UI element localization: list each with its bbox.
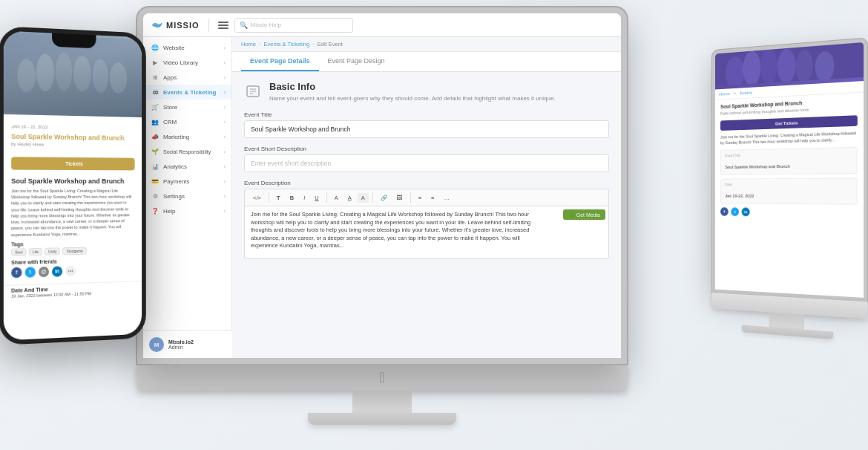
basic-info-description: Name your event and tell event-goers why… xyxy=(269,94,556,102)
event-short-desc-input[interactable]: Enter event short description xyxy=(244,154,609,172)
sidebar-label-settings: Settings xyxy=(163,193,185,200)
get-media-icon: 🌿 xyxy=(568,212,575,218)
phone-share-twitter-icon[interactable]: t xyxy=(25,267,36,278)
basic-info-section: Basic Info Name your event and tell even… xyxy=(244,81,609,102)
toolbar-t-btn[interactable]: T xyxy=(273,193,284,203)
user-name: Missio.io2 xyxy=(168,339,194,345)
toolbar-more-btn[interactable]: … xyxy=(441,193,454,203)
marketing-chevron-icon: › xyxy=(224,134,226,140)
toolbar-italic-btn[interactable]: I xyxy=(300,193,309,203)
event-title-group: Event Title Soul Sparkle Workshop and Br… xyxy=(244,111,609,138)
sidebar-item-settings[interactable]: ⚙ Settings › xyxy=(143,189,231,203)
sidebar-label-help: Help xyxy=(163,208,175,215)
right-linkedin-icon[interactable]: in xyxy=(742,208,750,217)
toolbar-font-color-btn[interactable]: A xyxy=(344,193,355,203)
sidebar-label-analytics: Analytics xyxy=(163,163,187,170)
sidebar-item-crm[interactable]: 👥 CRM › xyxy=(143,114,231,129)
right-facebook-icon[interactable]: f xyxy=(720,207,729,216)
imac-monitor: MISSIO 🔍 Missio Help xyxy=(137,7,627,364)
sidebar-item-social-responsibility[interactable]: 🌱 Social Responsibility › xyxy=(143,144,231,159)
sidebar-item-store[interactable]: 🛒 Store › xyxy=(143,100,231,114)
sidebar-user-profile[interactable]: M Missio.io2 Admin xyxy=(143,330,232,358)
sidebar-item-video-library[interactable]: ▶ Video Library › xyxy=(143,55,231,70)
phone-share-more-icon[interactable]: ••• xyxy=(65,266,76,276)
basic-info-text: Basic Info Name your event and tell even… xyxy=(269,81,556,102)
user-role: Admin xyxy=(168,345,194,350)
tab-event-page-details[interactable]: Event Page Details xyxy=(241,52,319,71)
sidebar-label-apps: Apps xyxy=(163,74,177,81)
toolbar-highlight-btn[interactable]: A xyxy=(358,193,369,203)
right-social-row: f t in xyxy=(720,207,858,218)
phone-tag-soulgame: Soulgame xyxy=(63,247,87,255)
hamburger-line-1 xyxy=(218,22,228,23)
breadcrumb: Home › Events & Ticketing › Edit Event xyxy=(232,37,621,52)
toolbar-font-size-btn[interactable]: A xyxy=(331,193,342,203)
event-short-desc-label: Event Short Description xyxy=(244,146,609,152)
missio-sidebar: 🌐 Website › ▶ Video Library › ⊞ xyxy=(143,37,232,358)
toolbar-underline-btn[interactable]: U xyxy=(311,193,322,203)
hamburger-line-2 xyxy=(218,25,228,26)
phone-notch xyxy=(52,33,96,49)
right-form-val-1: Soul Sparkle Workshop and Brunch xyxy=(725,164,789,169)
marketing-icon: 📣 xyxy=(151,133,159,140)
sidebar-label-events: Events & Ticketing xyxy=(163,89,216,96)
phone-share-icons: f t @ in ••• xyxy=(4,264,142,282)
tab-event-page-design[interactable]: Event Page Design xyxy=(319,52,394,71)
phone-share-email-icon[interactable]: @ xyxy=(39,267,49,278)
right-form-label-2: Date xyxy=(725,182,852,187)
phone-share-facebook-icon[interactable]: f xyxy=(11,267,22,278)
phone-screen: JAN 19 - 22, 2022 Soul Sparkle Workshop … xyxy=(4,30,142,340)
right-form-row-2: Date Jan 19-22, 2022 xyxy=(720,178,858,205)
sidebar-item-payments[interactable]: 💳 Payments › xyxy=(143,174,231,189)
toolbar-bold-btn[interactable]: B xyxy=(286,193,297,203)
sidebar-item-analytics[interactable]: 📊 Analytics › xyxy=(143,159,231,174)
right-nav-home[interactable]: Home xyxy=(719,91,729,97)
hamburger-menu-button[interactable] xyxy=(218,22,228,29)
imac-device: MISSIO 🔍 Missio Help xyxy=(137,7,627,425)
events-icon: 🎟 xyxy=(151,88,159,96)
sidebar-label-store: Store xyxy=(163,104,177,111)
sidebar-item-help[interactable]: ❓ Help › xyxy=(143,203,231,218)
toolbar-align-btn[interactable]: ≡ xyxy=(427,193,438,203)
toolbar-code-btn[interactable]: </> xyxy=(249,193,265,203)
phone-tag-unity: Unity xyxy=(45,247,60,255)
breadcrumb-current: Edit Event xyxy=(318,41,343,48)
description-toolbar: </> T B I U A A A xyxy=(244,189,609,206)
event-description-textarea[interactable]: Join me for the Soul Sparkle Living: Cre… xyxy=(245,206,608,258)
basic-info-title: Basic Info xyxy=(269,81,556,92)
right-nav-sep: > xyxy=(734,91,736,96)
breadcrumb-section[interactable]: Events & Ticketing xyxy=(264,41,310,48)
social-resp-chevron-icon: › xyxy=(224,149,226,154)
sidebar-item-marketing[interactable]: 📣 Marketing › xyxy=(143,129,231,144)
toolbar-list-btn[interactable]: ≡ xyxy=(415,193,425,203)
sidebar-item-apps[interactable]: ⊞ Apps › xyxy=(143,70,231,85)
right-twitter-icon[interactable]: t xyxy=(731,207,739,216)
event-title-input[interactable]: Soul Sparkle Workshop and Brunch xyxy=(244,120,609,138)
imac-chin:  xyxy=(137,364,627,391)
phone-share-linkedin-icon[interactable]: in xyxy=(52,266,62,276)
toolbar-sep-3 xyxy=(372,192,373,203)
missio-search-bar[interactable]: 🔍 Missio Help xyxy=(234,18,353,33)
missio-content-area: Home › Events & Ticketing › Edit Event E… xyxy=(232,37,621,358)
right-content-body: Join me for the Soul Sparkle Living: Cre… xyxy=(720,130,858,146)
toolbar-image-btn[interactable]: 🖼 xyxy=(393,193,407,203)
crm-icon: 👥 xyxy=(151,118,159,125)
help-chevron-icon: › xyxy=(224,209,226,214)
sidebar-item-events-ticketing[interactable]: 🎟 Events & Ticketing › xyxy=(143,85,231,100)
toolbar-link-btn[interactable]: 🔗 xyxy=(377,193,391,203)
right-nav-section[interactable]: Events xyxy=(740,91,752,96)
right-monitor-screen: Home > Events Soul Sparkle Workshop and … xyxy=(715,42,864,298)
search-icon: 🔍 xyxy=(240,22,248,29)
get-media-button[interactable]: 🌿 Get Media xyxy=(563,209,605,220)
phone-body-text: Join me for the Soul Sparkle Living: Cre… xyxy=(4,188,142,238)
payments-chevron-icon: › xyxy=(224,179,226,184)
event-desc-group: Event Description </> T B I U xyxy=(244,180,609,259)
breadcrumb-home[interactable]: Home xyxy=(241,41,256,48)
right-ticket-button[interactable]: Get Tickets xyxy=(720,115,858,131)
sidebar-item-website[interactable]: 🌐 Website › xyxy=(143,40,231,55)
website-icon: 🌐 xyxy=(151,44,159,51)
phone-ticket-button[interactable]: Tickets xyxy=(11,157,134,171)
missio-application: MISSIO 🔍 Missio Help xyxy=(143,13,621,358)
phone-frame: JAN 19 - 22, 2022 Soul Sparkle Workshop … xyxy=(0,26,146,345)
right-form-val-2: Jan 19-22, 2022 xyxy=(725,194,754,198)
